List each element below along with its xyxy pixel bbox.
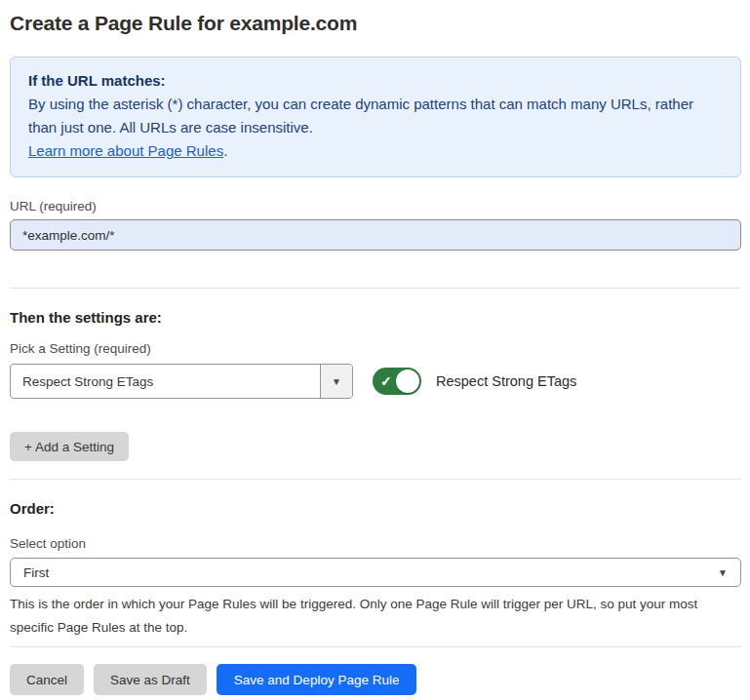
page-title: Create a Page Rule for example.com <box>10 12 741 35</box>
chevron-down-icon: ▼ <box>332 376 341 387</box>
url-field-label: URL (required) <box>10 199 741 214</box>
info-box-link-line: Learn more about Page Rules. <box>28 139 723 163</box>
order-select[interactable]: First ▼ <box>10 558 741 587</box>
info-box-body: By using the asterisk (*) character, you… <box>28 93 723 139</box>
url-input[interactable] <box>10 219 741 251</box>
save-and-deploy-button[interactable]: Save and Deploy Page Rule <box>217 664 417 695</box>
settings-section-heading: Then the settings are: <box>10 309 741 326</box>
url-match-info-box: If the URL matches: By using the asteris… <box>10 57 741 177</box>
order-section-heading: Order: <box>10 500 741 517</box>
order-select-label: Select option <box>10 536 741 551</box>
link-suffix: . <box>223 142 227 159</box>
setting-dropdown[interactable]: Respect Strong ETags ▼ <box>10 364 353 399</box>
order-help-text: This is the order in which your Page Rul… <box>10 593 735 640</box>
page-rule-form: Create a Page Rule for example.com If th… <box>0 0 750 695</box>
toggle-knob <box>396 369 419 393</box>
info-box-heading: If the URL matches: <box>28 69 723 93</box>
divider <box>10 646 741 647</box>
footer-actions: Cancel Save as Draft Save and Deploy Pag… <box>10 664 741 695</box>
cancel-button[interactable]: Cancel <box>10 664 84 695</box>
save-as-draft-button[interactable]: Save as Draft <box>94 664 207 695</box>
divider <box>10 479 741 480</box>
toggle-label: Respect Strong ETags <box>436 373 576 389</box>
respect-strong-etags-toggle[interactable]: ✓ <box>373 368 421 395</box>
pick-setting-label: Pick a Setting (required) <box>10 341 741 356</box>
divider <box>10 288 741 289</box>
setting-dropdown-arrow-button[interactable]: ▼ <box>320 365 352 398</box>
setting-dropdown-value: Respect Strong ETags <box>11 365 320 398</box>
add-setting-button[interactable]: + Add a Setting <box>10 432 129 461</box>
learn-more-link[interactable]: Learn more about Page Rules <box>28 142 223 159</box>
setting-toggle-group: ✓ Respect Strong ETags <box>373 368 576 395</box>
chevron-down-icon: ▼ <box>718 567 728 578</box>
check-icon: ✓ <box>380 374 392 388</box>
order-select-value: First <box>23 565 49 580</box>
setting-controls-row: Respect Strong ETags ▼ ✓ Respect Strong … <box>10 364 741 399</box>
